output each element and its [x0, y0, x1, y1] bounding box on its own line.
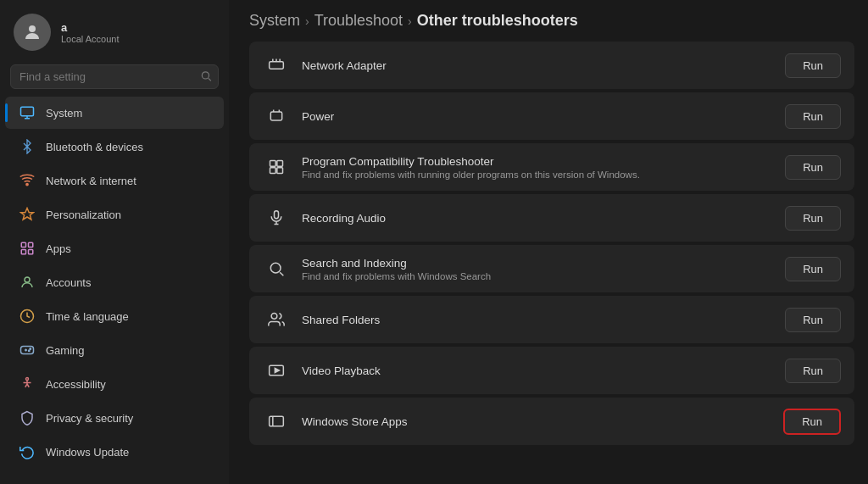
- troubleshooter-video-playback: Video Playback Run: [249, 347, 854, 394]
- power-run-button[interactable]: Run: [785, 104, 841, 129]
- recording-audio-run-button[interactable]: Run: [785, 206, 841, 231]
- sidebar-item-bluetooth[interactable]: Bluetooth & devices: [5, 131, 224, 163]
- svg-point-36: [271, 314, 277, 320]
- breadcrumb-sep1: ›: [305, 14, 309, 28]
- sidebar-item-label: System: [46, 107, 82, 120]
- breadcrumb-system[interactable]: System: [249, 12, 300, 30]
- compat-title: Program Compatibility Troubleshooter: [302, 155, 785, 168]
- sidebar-item-label: Apps: [46, 242, 71, 255]
- video-playback-title: Video Playback: [302, 364, 785, 377]
- network-adapter-text: Network Adapter: [302, 59, 785, 72]
- svg-rect-39: [270, 416, 284, 426]
- recording-audio-title: Recording Audio: [302, 212, 785, 225]
- network-adapter-title: Network Adapter: [302, 59, 785, 72]
- svg-rect-31: [275, 211, 279, 219]
- search-indexing-text: Search and Indexing Find and fix problem…: [302, 257, 785, 281]
- sidebar-item-system[interactable]: System: [5, 97, 224, 129]
- video-playback-text: Video Playback: [302, 364, 785, 377]
- svg-rect-10: [29, 250, 33, 254]
- sidebar-item-accounts[interactable]: Accounts: [5, 266, 224, 298]
- shared-folders-icon: [263, 311, 290, 328]
- troubleshooters-list: Network Adapter Run Power Run: [229, 38, 868, 484]
- svg-point-6: [26, 183, 28, 185]
- windows-store-run-button[interactable]: Run: [783, 409, 841, 435]
- svg-rect-3: [21, 107, 34, 116]
- search-indexing-run-button[interactable]: Run: [785, 257, 841, 281]
- search-box[interactable]: [10, 64, 219, 89]
- svg-rect-24: [270, 112, 281, 120]
- video-playback-run-button[interactable]: Run: [785, 359, 841, 383]
- breadcrumb-sep2: ›: [408, 14, 412, 28]
- network-adapter-run-button[interactable]: Run: [785, 53, 841, 78]
- profile-type: Local Account: [61, 34, 120, 44]
- troubleshooter-windows-store: Windows Store Apps Run: [249, 398, 854, 445]
- sidebar-item-label: Privacy & security: [46, 412, 133, 425]
- svg-line-2: [209, 78, 211, 81]
- sidebar: a Local Account System Blu: [0, 0, 229, 484]
- sidebar-item-label: Bluetooth & devices: [46, 141, 143, 153]
- windows-store-icon: [263, 413, 290, 430]
- profile-section: a Local Account: [0, 0, 229, 61]
- apps-icon: [19, 240, 36, 257]
- svg-rect-28: [277, 161, 283, 167]
- svg-point-16: [30, 348, 31, 350]
- sidebar-item-label: Network & internet: [46, 175, 136, 187]
- compat-text: Program Compatibility Troubleshooter Fin…: [302, 155, 785, 180]
- svg-rect-29: [270, 168, 276, 174]
- svg-line-35: [280, 272, 283, 275]
- search-input[interactable]: [10, 64, 219, 89]
- accounts-icon: [19, 274, 36, 291]
- sidebar-item-time[interactable]: Time & language: [5, 300, 224, 332]
- sidebar-item-apps[interactable]: Apps: [5, 232, 224, 264]
- shared-folders-title: Shared Folders: [302, 314, 785, 326]
- svg-point-1: [202, 71, 209, 78]
- sidebar-item-accessibility[interactable]: Accessibility: [5, 368, 224, 400]
- sidebar-item-label: Windows Update: [46, 446, 129, 459]
- monitor-icon: [19, 104, 36, 121]
- compat-run-button[interactable]: Run: [785, 155, 841, 180]
- sidebar-item-label: Gaming: [46, 344, 85, 357]
- sidebar-item-privacy[interactable]: Privacy & security: [5, 402, 224, 434]
- sidebar-item-update[interactable]: Windows Update: [5, 436, 224, 468]
- compat-icon: [263, 159, 290, 175]
- shared-folders-run-button[interactable]: Run: [785, 308, 841, 332]
- breadcrumb-troubleshoot[interactable]: Troubleshoot: [314, 12, 403, 30]
- svg-rect-30: [277, 168, 283, 174]
- svg-point-18: [26, 378, 29, 381]
- power-text: Power: [302, 110, 785, 123]
- sidebar-item-personalization[interactable]: Personalization: [5, 198, 224, 231]
- time-icon: [19, 308, 36, 325]
- breadcrumb: System › Troubleshoot › Other troublesho…: [229, 0, 868, 38]
- sidebar-item-label: Accessibility: [46, 378, 106, 391]
- profile-info: a Local Account: [61, 21, 120, 44]
- network-adapter-icon: [263, 57, 290, 74]
- troubleshooter-search-indexing: Search and Indexing Find and fix problem…: [249, 245, 854, 292]
- breadcrumb-current: Other troubleshooters: [417, 12, 578, 30]
- windows-store-title: Windows Store Apps: [302, 415, 783, 428]
- sidebar-item-network[interactable]: Network & internet: [5, 164, 224, 197]
- svg-rect-9: [21, 250, 25, 254]
- accessibility-icon: [19, 376, 36, 392]
- recording-audio-text: Recording Audio: [302, 212, 785, 225]
- bluetooth-icon: [19, 138, 36, 155]
- troubleshooter-power: Power Run: [249, 92, 854, 140]
- svg-rect-27: [270, 161, 276, 167]
- svg-marker-38: [275, 369, 279, 373]
- windows-store-text: Windows Store Apps: [302, 415, 783, 428]
- troubleshooter-recording-audio: Recording Audio Run: [249, 194, 854, 242]
- power-title: Power: [302, 110, 785, 123]
- troubleshooter-shared-folders: Shared Folders Run: [249, 296, 854, 343]
- search-indexing-subtitle: Find and fix problems with Windows Searc…: [302, 271, 785, 281]
- svg-point-11: [25, 277, 30, 282]
- search-indexing-title: Search and Indexing: [302, 257, 785, 270]
- svg-rect-20: [270, 62, 284, 69]
- search-icon: [200, 70, 212, 84]
- sidebar-item-label: Time & language: [46, 310, 129, 323]
- troubleshooter-network-adapter: Network Adapter Run: [249, 42, 854, 89]
- gaming-icon: [19, 342, 36, 359]
- svg-rect-8: [29, 242, 33, 247]
- sidebar-item-gaming[interactable]: Gaming: [5, 334, 224, 366]
- privacy-icon: [19, 409, 36, 426]
- update-icon: [19, 443, 36, 460]
- search-indexing-icon: [263, 260, 290, 277]
